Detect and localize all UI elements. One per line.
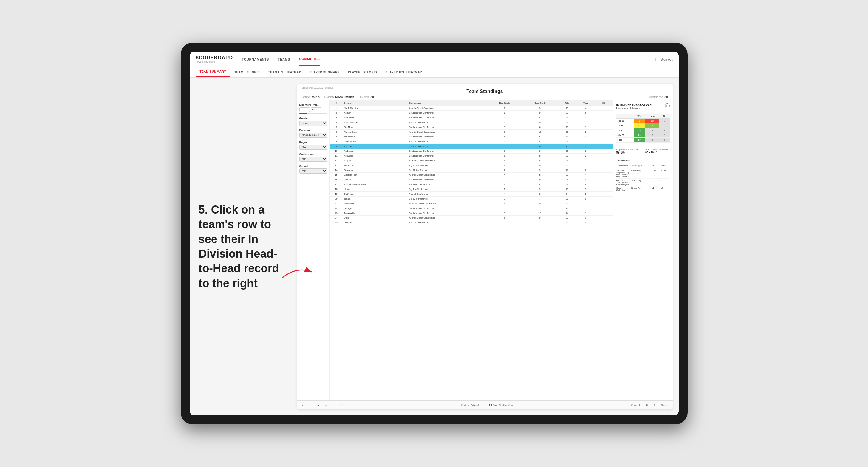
undo-button[interactable]: ↩ bbox=[301, 403, 306, 407]
cell-conference: Big Ten Conference bbox=[408, 187, 488, 192]
cell-rds: 24 bbox=[558, 178, 576, 182]
region-select[interactable]: N/A bbox=[299, 145, 327, 150]
rounds-slider[interactable] bbox=[299, 113, 327, 114]
table-row[interactable]: 15 Georgia Tech Atlantic Coast Conferenc… bbox=[330, 173, 613, 178]
table-row[interactable]: 11 Arkansas Southeastern Conference 6 8 … bbox=[330, 154, 613, 158]
cell-conference: Southeastern Conference bbox=[408, 211, 488, 216]
division-select[interactable]: NCAA Division I bbox=[299, 133, 327, 138]
update-time: Update time: 27/03/2024 16:56:26 bbox=[302, 87, 668, 89]
table-row[interactable]: 20 Texas Big 12 Conference 3 7 20 0 bbox=[330, 196, 613, 201]
cell-win bbox=[595, 139, 613, 144]
col-reg-rank: Reg Rank bbox=[487, 100, 522, 106]
table-row[interactable]: 12 Virginia Atlantic Coast Conference 3 … bbox=[330, 158, 613, 163]
cell-reg-rank: 5 bbox=[487, 149, 522, 154]
cell-num: 10 bbox=[330, 149, 343, 154]
table-row[interactable]: 13 Texas Tech Big 12 Conference 1 9 27 2 bbox=[330, 163, 613, 168]
table-row[interactable]: 17 East Tennessee State Southern Confere… bbox=[330, 182, 613, 187]
table-row[interactable]: 2 Auburn Southeastern Conference 1 9 27 … bbox=[330, 111, 613, 116]
table-row[interactable]: 19 California Pac-12 Conference 4 8 24 2 bbox=[330, 192, 613, 196]
cell-conf-rank: 8 bbox=[522, 149, 558, 154]
sub-nav-player-h2h-heatmap[interactable]: PLAYER H2H HEATMAP bbox=[381, 68, 426, 77]
watch-icon: 👁 bbox=[631, 404, 633, 406]
close-button[interactable]: ✕ bbox=[665, 103, 670, 108]
h2h-stats-row: Opponents in division: 99.1% W-L-T recor… bbox=[616, 148, 670, 154]
gender-select[interactable]: Men's Women's bbox=[299, 121, 327, 126]
table-row[interactable]: 9 Arizona Pac-12 Conference 3 8 23 3 bbox=[330, 144, 613, 149]
redo-button[interactable]: ↪ bbox=[308, 403, 313, 407]
table-header-row: # School Conference Reg Rank Conf Rank R… bbox=[330, 100, 613, 106]
cell-rds: 24 bbox=[558, 211, 576, 216]
tournament-event-type: Stroke Play bbox=[631, 179, 652, 186]
h2h-panel: In Division Head-to-Head University of A… bbox=[613, 100, 673, 401]
sign-out[interactable]: Sign out bbox=[655, 58, 672, 61]
save-custom-button[interactable]: 💾 Save Custom View bbox=[488, 403, 514, 407]
tournament-row[interactable]: Jackson T. Stephens Cup Men's Match-Play… bbox=[616, 169, 670, 179]
sub-nav-team-h2h-grid[interactable]: TEAM H2H GRID bbox=[230, 68, 264, 77]
clock-icon[interactable]: 🕐 bbox=[339, 403, 345, 407]
cell-conference: Big 12 Conference bbox=[408, 163, 488, 168]
h2h-row: >100 27 0 0 bbox=[616, 138, 670, 143]
table-row[interactable]: 6 Florida State Atlantic Coast Conferenc… bbox=[330, 130, 613, 134]
cell-win bbox=[595, 134, 613, 139]
conference-select[interactable]: (All) bbox=[299, 157, 327, 162]
table-row[interactable]: 16 Florida Southeastern Conference 7 9 2… bbox=[330, 178, 613, 182]
sub-nav-player-h2h-grid[interactable]: PLAYER H2H GRID bbox=[344, 68, 381, 77]
min-rounds-input-low[interactable] bbox=[299, 107, 310, 112]
tournament-pos: 11 bbox=[652, 187, 661, 191]
school-select[interactable]: (All) bbox=[299, 168, 327, 174]
cell-tour: 1 bbox=[576, 120, 595, 125]
cell-conference: Big 12 Conference bbox=[408, 196, 488, 201]
cell-win bbox=[595, 163, 613, 168]
share-icon[interactable]: ⇧ bbox=[652, 403, 657, 407]
view-original-button[interactable]: 👁 View: Original bbox=[459, 403, 480, 407]
cell-conference: Atlantic Coast Conference bbox=[408, 130, 488, 134]
table-row[interactable]: 18 Illinois Big Ten Conference 1 9 23 3 bbox=[330, 187, 613, 192]
sub-nav-team-h2h-heatmap[interactable]: TEAM H2H HEATMAP bbox=[264, 68, 305, 77]
table-row[interactable]: 21 New Mexico Mountain West Conference 1… bbox=[330, 201, 613, 206]
save-icon: 💾 bbox=[489, 404, 492, 406]
cell-conference: Southeastern Conference bbox=[408, 149, 488, 154]
watch-button[interactable]: 👁 Watch bbox=[629, 403, 642, 407]
nav-teams[interactable]: TEAMS bbox=[278, 53, 290, 66]
cell-conference: Pac-12 Conference bbox=[408, 220, 488, 225]
cell-conf-rank: 9 bbox=[522, 106, 558, 111]
table-row[interactable]: 14 Oklahoma Big 12 Conference 2 9 26 2 bbox=[330, 168, 613, 173]
h2h-win: 25 bbox=[633, 128, 646, 133]
tournament-name: Jackson T. Stephens Cup Men's Match-Play… bbox=[616, 169, 631, 178]
table-row[interactable]: 25 Oregon Pac-12 Conference 5 7 21 0 bbox=[330, 220, 613, 225]
table-row[interactable]: 7 Tennessee Southeastern Conference 4 6 … bbox=[330, 134, 613, 139]
min-rounds-input-high[interactable] bbox=[311, 107, 321, 112]
nav-tournaments[interactable]: TOURNAMENTS bbox=[242, 53, 269, 66]
tournament-score: 2-3-0 bbox=[661, 169, 670, 178]
cell-num: 23 bbox=[330, 211, 343, 216]
share-button[interactable]: Share bbox=[659, 403, 669, 407]
h2h-tie: 0 bbox=[659, 138, 670, 143]
cell-conf-rank: 8 bbox=[522, 154, 558, 158]
table-row[interactable]: 3 Vanderbilt Southeastern Conference 2 8… bbox=[330, 116, 613, 120]
cell-win bbox=[595, 125, 613, 130]
screen-icon[interactable]: 🖥 bbox=[644, 403, 650, 407]
table-row[interactable]: 8 Washington Pac-12 Conference 2 8 23 1 bbox=[330, 139, 613, 144]
table-row[interactable]: 1 North Carolina Atlantic Coast Conferen… bbox=[330, 106, 613, 111]
cell-conference: Pac-12 Conference bbox=[408, 139, 488, 144]
table-row[interactable]: 4 Arizona State Pac-12 Conference 4 9 26… bbox=[330, 120, 613, 125]
cell-win bbox=[595, 216, 613, 220]
cell-num: 24 bbox=[330, 216, 343, 220]
sub-nav-team-summary[interactable]: TEAM SUMMARY bbox=[196, 67, 230, 77]
table-row[interactable]: 10 Alabama Southeastern Conference 5 8 2… bbox=[330, 149, 613, 154]
more-options[interactable]: ⋯ bbox=[331, 403, 336, 407]
table-row[interactable]: 22 Georgia Southeastern Conference 8 7 2… bbox=[330, 206, 613, 211]
cell-num: 17 bbox=[330, 182, 343, 187]
tournament-row[interactable]: Cabo Collegiate Stroke Play 11 17 bbox=[616, 186, 670, 192]
nav-committee[interactable]: COMMITTEE bbox=[299, 52, 320, 66]
table-row[interactable]: 23 Texas A&M Southeastern Conference 9 1… bbox=[330, 211, 613, 216]
table-row[interactable]: 24 Duke Atlantic Coast Conference 5 9 27… bbox=[330, 216, 613, 220]
table-row[interactable]: 5 Ole Miss Southeastern Conference 3 6 1… bbox=[330, 125, 613, 130]
tournament-row[interactable]: Arizona Thunderbirds Intercollegiate Str… bbox=[616, 179, 670, 186]
step-forward[interactable]: ⏭ bbox=[323, 403, 329, 407]
app-header: Update time: 27/03/2024 16:56:26 Team St… bbox=[297, 84, 673, 100]
sub-nav-player-summary[interactable]: PLAYER SUMMARY bbox=[305, 68, 344, 77]
step-back[interactable]: ⏮ bbox=[315, 403, 321, 407]
cell-tour: 2 bbox=[576, 192, 595, 196]
cell-conf-rank: 8 bbox=[522, 116, 558, 120]
